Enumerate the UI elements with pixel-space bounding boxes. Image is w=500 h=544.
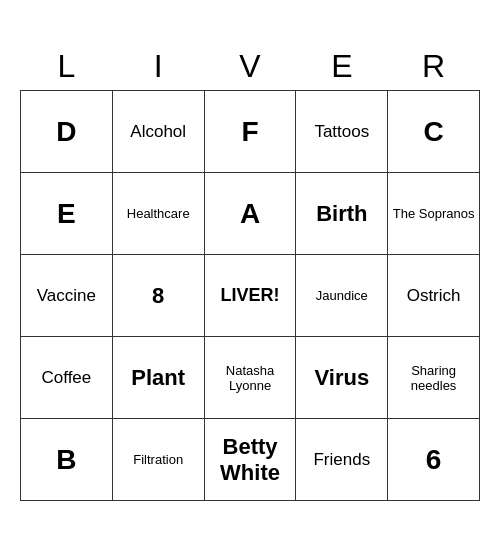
table-cell: B [21, 419, 113, 501]
table-cell: Vaccine [21, 255, 113, 337]
table-cell: 8 [112, 255, 204, 337]
table-cell: Tattoos [296, 91, 388, 173]
header-row: LIVER [21, 43, 480, 91]
table-row: Vaccine8LIVER!JaundiceOstrich [21, 255, 480, 337]
table-cell: F [204, 91, 296, 173]
table-cell: Alcohol [112, 91, 204, 173]
table-cell: Betty White [204, 419, 296, 501]
table-cell: Sharing needles [388, 337, 480, 419]
table-cell: C [388, 91, 480, 173]
table-cell: Healthcare [112, 173, 204, 255]
table-cell: Ostrich [388, 255, 480, 337]
table-cell: D [21, 91, 113, 173]
table-cell: Virus [296, 337, 388, 419]
table-cell: LIVER! [204, 255, 296, 337]
table-cell: Birth [296, 173, 388, 255]
table-cell: Coffee [21, 337, 113, 419]
table-cell: Natasha Lyonne [204, 337, 296, 419]
table-cell: Friends [296, 419, 388, 501]
table-cell: 6 [388, 419, 480, 501]
table-row: CoffeePlantNatasha LyonneVirusSharing ne… [21, 337, 480, 419]
table-cell: A [204, 173, 296, 255]
header-cell: L [21, 43, 113, 91]
table-row: EHealthcareABirthThe Sopranos [21, 173, 480, 255]
table-cell: Jaundice [296, 255, 388, 337]
header-cell: I [112, 43, 204, 91]
table-row: DAlcoholFTattoosC [21, 91, 480, 173]
header-cell: V [204, 43, 296, 91]
bingo-card: LIVER DAlcoholFTattoosCEHealthcareABirth… [20, 43, 480, 502]
table-row: BFiltrationBetty WhiteFriends6 [21, 419, 480, 501]
table-cell: Filtration [112, 419, 204, 501]
table-cell: E [21, 173, 113, 255]
table-cell: Plant [112, 337, 204, 419]
header-cell: E [296, 43, 388, 91]
table-cell: The Sopranos [388, 173, 480, 255]
header-cell: R [388, 43, 480, 91]
